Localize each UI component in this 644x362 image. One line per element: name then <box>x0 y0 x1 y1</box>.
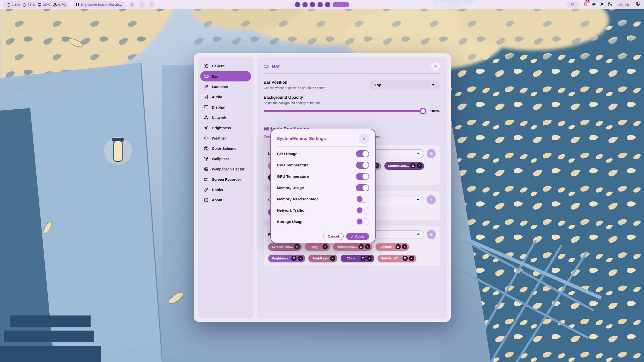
workspace-dot[interactable] <box>302 2 308 7</box>
slider-thumb[interactable] <box>420 108 426 114</box>
favorite-button-2[interactable]: ♡ <box>148 1 155 8</box>
volume-button[interactable] <box>591 2 596 8</box>
toggle-cpu-usage[interactable] <box>356 150 369 157</box>
remove-widget-icon[interactable]: × <box>417 163 422 168</box>
sidebar-item-general[interactable]: General <box>200 61 251 71</box>
apply-button[interactable]: ✓Apply <box>346 233 369 240</box>
gear-icon[interactable]: ⚙ <box>410 163 416 168</box>
widget-chip[interactable]: Volume ⚙ × <box>376 243 409 251</box>
workspace-dot[interactable] <box>310 2 315 7</box>
toggle-cpu-temperature[interactable] <box>356 162 369 169</box>
notification-badge: 10 <box>585 0 590 3</box>
link-icon <box>204 187 209 192</box>
speaker-box-icon <box>204 95 209 99</box>
remove-widget-icon[interactable]: × <box>294 244 300 249</box>
gear-icon[interactable]: ⚙ <box>358 244 364 249</box>
sidebar-item-bar[interactable]: Bar <box>200 71 251 81</box>
add-widget-button[interactable]: + <box>427 195 436 204</box>
widget-chip[interactable]: Clock ⚙ × <box>341 255 374 262</box>
sidebar-item-network[interactable]: Network <box>200 112 251 123</box>
toggle-memory-usage[interactable] <box>356 184 369 191</box>
heart-icon: ♡ <box>140 3 144 7</box>
widget-chip[interactable]: SidePanelT… ⚙ × <box>378 255 416 262</box>
remove-widget-icon[interactable]: × <box>402 244 407 249</box>
remove-widget-icon[interactable]: × <box>298 256 303 261</box>
dashboard-button[interactable] <box>636 2 640 8</box>
sun-icon <box>599 2 604 7</box>
remove-widget-icon[interactable]: × <box>409 256 414 261</box>
favorite-button-1[interactable]: ♡ <box>139 1 145 8</box>
cancel-button[interactable]: Cancel <box>323 233 344 240</box>
bar-position-title: Bar Position <box>264 80 327 85</box>
toggle-storage-usage[interactable] <box>356 218 369 225</box>
widget-chip[interactable]: Brightness ⚙ × <box>268 255 305 262</box>
tray-app-icon <box>571 3 575 7</box>
grid-plus-icon <box>636 2 640 7</box>
moon-off-icon <box>608 2 613 7</box>
widget-chip[interactable]: Notification… ⚙ × <box>333 243 372 251</box>
remove-widget-icon[interactable]: × <box>330 256 335 261</box>
sidebar-item-about[interactable]: About <box>200 195 251 205</box>
sidebar-item-wallpaper-selector[interactable]: Wallpaper Selector <box>200 164 251 174</box>
opacity-slider[interactable] <box>264 110 426 112</box>
add-widget-button[interactable]: + <box>427 149 436 158</box>
widget-chip[interactable]: ScreenReco… × <box>268 243 302 251</box>
chevron-down-icon <box>417 153 419 154</box>
character-button[interactable]: ☠ <box>129 1 136 8</box>
heart-icon: ♡ <box>150 3 153 7</box>
sidebar-item-hooks[interactable]: Hooks <box>200 185 251 195</box>
sidebar-item-wallpaper[interactable]: Wallpaper <box>200 154 251 164</box>
chevron-down-icon <box>432 84 435 86</box>
media-title: Nightcore Music Mix 20… <box>81 3 122 7</box>
skull-icon: ☠ <box>131 3 134 7</box>
toggle-gpu-temperature[interactable] <box>356 173 369 180</box>
clock-pill[interactable]: 00:28 <box>616 1 632 8</box>
gear-icon[interactable]: ⚙ <box>395 244 401 249</box>
sidebar-item-weather[interactable]: Weather <box>200 133 251 143</box>
remove-widget-icon[interactable]: × <box>323 244 328 249</box>
nightlight-button[interactable] <box>608 2 613 8</box>
sidebar-item-display[interactable]: Display <box>200 102 251 112</box>
cpu-temp-stat: 43°C <box>22 3 35 7</box>
video-camera-icon <box>204 177 209 182</box>
workspace-dot-active[interactable] <box>333 2 349 7</box>
bar-position-dropdown[interactable]: Top <box>369 80 440 89</box>
gear-icon[interactable]: ⚙ <box>360 256 366 261</box>
settings-sidebar: General Bar Launcher Audio Display Netwo… <box>198 57 254 318</box>
workspace-dot[interactable] <box>317 2 323 7</box>
network-icon <box>204 115 209 120</box>
workspace-dot[interactable] <box>295 2 300 7</box>
widget-chip[interactable]: CustomButt… ⚙ × <box>384 162 424 170</box>
toggle-network-traffic[interactable] <box>356 207 369 214</box>
media-player-pill[interactable]: Nightcore Music Mix 20… <box>72 1 126 8</box>
toggle-memory-as-percentage[interactable] <box>356 196 369 203</box>
add-widget-button[interactable]: + <box>427 230 436 239</box>
window-close-button[interactable]: × <box>431 62 440 71</box>
workspace-indicator[interactable] <box>292 1 352 9</box>
gear-icon[interactable]: ⚙ <box>291 256 297 261</box>
remove-widget-icon[interactable]: × <box>367 256 372 261</box>
notifications-button[interactable]: 10 <box>583 2 588 8</box>
workspace-dot[interactable] <box>325 2 330 7</box>
widget-chip[interactable]: Tray × <box>305 243 330 251</box>
modal-divider <box>277 146 369 147</box>
page-title: Bar <box>272 64 280 69</box>
pause-icon[interactable] <box>76 3 79 6</box>
sidebar-item-color-scheme[interactable]: Color Scheme <box>200 143 251 154</box>
settings-window: General Bar Launcher Audio Display Netwo… <box>194 53 451 322</box>
modal-close-button[interactable]: × <box>359 134 369 144</box>
remove-widget-icon[interactable]: × <box>365 244 370 249</box>
background-opacity-title: Background Opacity <box>264 95 321 100</box>
sidebar-item-audio[interactable]: Audio <box>200 92 251 102</box>
system-stats-pill[interactable]: 1.8% 43°C 38°C 9.7G <box>3 1 69 8</box>
sidebar-item-launcher[interactable]: Launcher <box>200 81 251 92</box>
brightness-button[interactable] <box>599 2 604 8</box>
sidebar-item-screen-recorder[interactable]: Screen Recorder <box>200 174 251 185</box>
gear-icon[interactable]: ⚙ <box>403 256 408 261</box>
sidebar-item-brightness[interactable]: Brightness <box>200 123 251 133</box>
widget-chip[interactable]: NightLight × <box>308 255 337 262</box>
tray-app-button[interactable] <box>566 1 579 8</box>
background-opacity-desc: Adjust the background opacity of the bar… <box>264 101 321 105</box>
tune-icon <box>204 64 209 68</box>
cpu-usage-value: 1.8% <box>12 3 20 7</box>
